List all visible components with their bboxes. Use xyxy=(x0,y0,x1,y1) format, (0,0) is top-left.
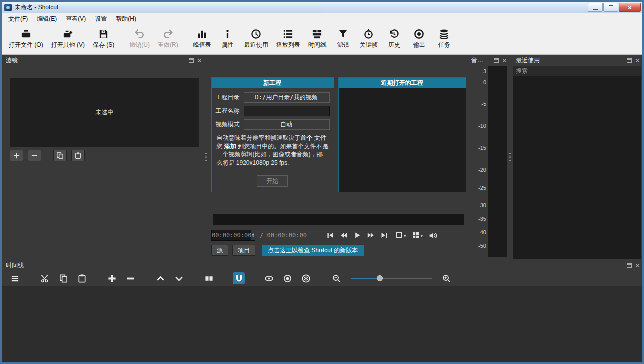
properties-button[interactable]: 属性 xyxy=(215,27,240,50)
copy-filters-button[interactable] xyxy=(53,150,67,161)
append-button[interactable] xyxy=(106,272,118,284)
fast-forward-button[interactable] xyxy=(366,230,376,240)
open-file-button[interactable]: 打开文件 (O) xyxy=(5,27,47,50)
zoom-out-button[interactable] xyxy=(330,272,342,284)
lift-button[interactable] xyxy=(154,272,166,284)
copy-button[interactable] xyxy=(57,272,69,284)
paste-filters-button[interactable] xyxy=(71,150,85,161)
grid-button[interactable] xyxy=(412,231,423,239)
project-name-label: 工程名称 xyxy=(216,107,244,115)
remove-filter-button[interactable] xyxy=(28,150,41,161)
time-spinner[interactable] xyxy=(251,230,255,240)
peak-meter-button[interactable]: 峰值表 xyxy=(189,27,215,50)
video-mode-dropdown[interactable]: 自动 xyxy=(244,119,330,130)
project-dir-button[interactable]: D:/用户目录/我的视频 xyxy=(244,92,330,103)
menu-view[interactable]: 查看(V) xyxy=(61,13,90,25)
split-button[interactable] xyxy=(203,272,215,284)
start-button[interactable]: 开始 xyxy=(257,175,288,187)
undo-button[interactable]: 撤销(U) xyxy=(125,27,154,50)
skip-to-start-button[interactable] xyxy=(325,230,335,240)
menu-file[interactable]: 文件(F) xyxy=(4,13,32,25)
cut-button[interactable] xyxy=(39,272,51,284)
save-button[interactable]: 保存 (S) xyxy=(89,27,118,50)
close-panel-icon[interactable] xyxy=(197,57,201,64)
playlist-button[interactable]: 播放列表 xyxy=(272,27,304,50)
float-panel-icon[interactable] xyxy=(189,58,194,63)
history-button[interactable]: 历史 xyxy=(382,27,407,50)
scrub-while-dragging-button[interactable] xyxy=(263,272,275,284)
project-name-input[interactable] xyxy=(244,106,330,116)
timeline-menu-icon xyxy=(10,274,20,283)
maximize-button[interactable] xyxy=(603,3,618,12)
player-seek-bar[interactable] xyxy=(213,214,464,225)
close-panel-icon[interactable] xyxy=(635,262,639,269)
check-update-button[interactable]: 点击这里以检查 Shotcut 的新版本 xyxy=(262,245,364,256)
float-panel-icon[interactable] xyxy=(627,58,632,63)
timeline-menu-button[interactable] xyxy=(9,272,21,284)
spin-down-icon[interactable] xyxy=(252,235,255,238)
timeline-tracks-area[interactable] xyxy=(2,286,642,362)
output-button[interactable]: 输出 xyxy=(407,27,432,50)
db-scale-label: -10 xyxy=(478,123,486,129)
overwrite-button[interactable] xyxy=(173,272,185,284)
menu-help[interactable]: 帮助(H) xyxy=(111,13,141,25)
chevron-down-icon xyxy=(403,232,406,239)
keyframes-button[interactable]: 关键帧 xyxy=(356,27,382,50)
close-panel-icon[interactable] xyxy=(635,57,639,64)
ripple-all-tracks-button[interactable] xyxy=(300,272,312,284)
tab-source[interactable]: 源 xyxy=(211,245,228,256)
ripple-delete-button[interactable] xyxy=(124,272,136,284)
float-panel-icon[interactable] xyxy=(494,58,499,63)
transport-controls xyxy=(325,230,389,240)
zoom-fit-button[interactable] xyxy=(395,231,406,239)
volume-button[interactable] xyxy=(429,231,437,240)
recent-projects-list[interactable] xyxy=(339,88,466,192)
new-project-panel: 新工程 工程目录 D:/用户目录/我的视频 工程名称 视频模式 自动 xyxy=(211,77,334,192)
menu-settings[interactable]: 设置 xyxy=(90,13,111,25)
jobs-button[interactable]: 任务 xyxy=(432,27,457,50)
close-button[interactable] xyxy=(619,3,641,12)
redo-icon xyxy=(162,28,174,40)
filters-button[interactable]: 滤镜 xyxy=(331,27,356,50)
search-input[interactable] xyxy=(513,66,641,76)
tab-project[interactable]: 项目 xyxy=(232,245,255,256)
timeline-button[interactable]: 时间线 xyxy=(304,27,331,50)
add-filter-button[interactable] xyxy=(10,150,23,161)
zoom-in-button[interactable] xyxy=(440,272,452,284)
minimize-button[interactable] xyxy=(588,3,603,12)
zoom-slider[interactable] xyxy=(351,275,432,282)
splitter-handle[interactable] xyxy=(204,55,208,260)
menu-edit[interactable]: 编辑(E) xyxy=(32,13,61,25)
magnet-icon xyxy=(234,274,244,283)
ripple-toggle-button[interactable] xyxy=(281,272,293,284)
audio-meter-bars xyxy=(488,66,507,257)
snap-toggle-button[interactable] xyxy=(233,272,245,284)
center-column: 新工程 工程目录 D:/用户目录/我的视频 工程名称 视频模式 自动 xyxy=(208,55,469,260)
recent-files-title: 最近使用 xyxy=(516,56,540,65)
rewind-button[interactable] xyxy=(339,230,349,240)
paste-button[interactable] xyxy=(76,272,88,284)
redo-button[interactable]: 重做(R) xyxy=(154,27,182,50)
audio-meter-panel: 音… 3 0 -5 -10 -15 -20 -25 -30 -35 -40 -5… xyxy=(469,55,508,260)
close-panel-icon[interactable] xyxy=(502,57,506,64)
copy-icon xyxy=(59,274,68,283)
recent-button[interactable]: 最近使用 xyxy=(240,27,272,50)
open-other-button[interactable]: 打开其他 (V) xyxy=(47,27,89,50)
current-time-spinbox[interactable]: 00:00:00:00 xyxy=(211,230,255,241)
volume-icon xyxy=(429,231,437,240)
recent-files-list[interactable] xyxy=(513,76,641,259)
timeline-header: 时间线 xyxy=(2,260,642,271)
rewind-icon xyxy=(340,231,348,239)
ripple-all-icon xyxy=(301,274,311,283)
play-button[interactable] xyxy=(352,230,362,240)
plus-icon xyxy=(107,274,117,283)
chevron-up-icon xyxy=(156,274,165,283)
zoom-slider-thumb[interactable] xyxy=(377,275,383,281)
splitter-handle[interactable] xyxy=(508,55,512,260)
skip-to-end-button[interactable] xyxy=(379,230,389,240)
db-scale-label: -50 xyxy=(478,243,486,249)
float-panel-icon[interactable] xyxy=(627,263,632,268)
filters-empty-view: 未选中 xyxy=(10,78,199,147)
zoom-fit-icon xyxy=(395,231,403,239)
timeline-title: 时间线 xyxy=(6,261,24,270)
